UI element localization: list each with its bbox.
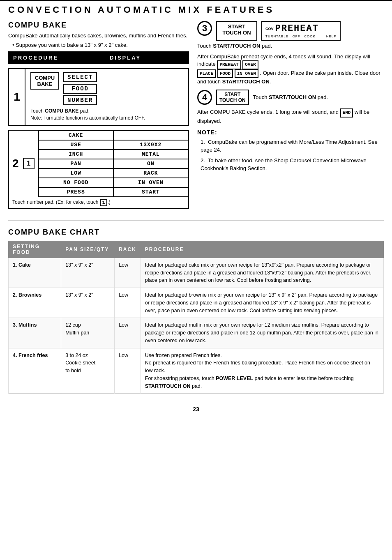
step4-touch-label: Touch START/TOUCH ON pad. [253,94,328,101]
step3-row: 3 STARTTOUCH ON COV PREHEAT TURNTABLE OF… [197,21,384,41]
step2-top: 2 1 CAKE USE 13X9X2 INCH METAL PAN ON LO… [9,131,188,197]
display-item-number: NUMBER [63,95,97,105]
step2-left: 2 1 [9,131,39,197]
step3-para: After CompuBake preheat cycle ends, 4 to… [197,53,384,85]
box-inoven: IN OVEN [235,69,258,78]
grid-inch: INCH [39,150,113,159]
step1-inner: COMPU BAKE SELECT FOOD NUMBER [30,72,183,105]
preheat-top: COV PREHEAT [265,23,319,34]
page-header: CONVECTION AUTOMATIC MIX FEATURES [0,0,392,17]
row2-rack: Low [115,288,141,318]
intro-text: CompuBake automatically bakes cakes, bro… [8,32,189,39]
table-row: 2. Brownies 13" x 9" x 2" Low Ideal for … [9,288,384,318]
step2-text: Touch number pad. (Ex: for cake, touch 1… [9,197,188,208]
step1-number: 1 [9,69,25,125]
chart-header-row: SETTING FOOD PAN SIZE/QTY RACK PROCEDURE [9,241,384,258]
left-section: COMPU BAKE CompuBake automatically bakes… [8,21,189,213]
row1-procedure: Ideal for packaged cake mix or your own … [141,258,383,288]
grid-press: PRESS [39,187,113,197]
row4-rack: Low [115,348,141,394]
step4-row: 4 STARTTOUCH ON Touch START/TOUCH ON pad… [197,90,384,105]
step1-container: 1 COMPU BAKE SELECT FOOD NUMBER [8,68,189,126]
compu-bake-title: COMPU BAKE [8,21,189,30]
chart-table: SETTING FOOD PAN SIZE/QTY RACK PROCEDURE… [8,241,384,394]
step3-container: 3 STARTTOUCH ON COV PREHEAT TURNTABLE OF… [197,21,384,85]
divider [8,220,384,221]
grid-rack: RACK [113,168,188,178]
row4-pan: 3 to 24 ozCookie sheetto hold [61,348,115,394]
step4-circle: 4 [197,90,212,105]
step4-para: After COMPU BAKE cycle ends, 1 long tone… [197,108,384,125]
step3-circle: 3 [197,21,212,36]
grid-low: LOW [39,168,113,178]
note-section: NOTE: 1. CompuBake can be programmed wit… [197,129,384,173]
grid-pan: PAN [39,159,113,168]
procedure-header: PROCEDURE [9,52,62,63]
col-rack: RACK [115,241,141,258]
display-item-food: FOOD [63,84,97,94]
step1-note1: Touch COMPU BAKE pad. Note: Turntable fu… [30,108,183,122]
step3-touch-label: Touch START/TOUCH ON pad. [197,42,384,50]
step3-start-touch: STARTTOUCH ON [216,21,257,41]
box-food: FOOD [217,69,233,78]
step2-num-inline: 1 [100,199,108,206]
note-title: NOTE: [197,129,384,136]
row1-setting: 1. Cake [9,258,61,288]
row3-setting: 3. Muffins [9,318,61,348]
step1-display-items: SELECT FOOD NUMBER [63,72,97,105]
step2-grid: CAKE USE 13X9X2 INCH METAL PAN ON LOW RA… [39,131,188,197]
bullet-text: Suppose you want to bake a 13" x 9" x 2"… [12,42,189,48]
row1-pan: 13" x 9" x 2" [61,258,115,288]
note-item-2: 2. To bake other food, see the Sharp Car… [201,157,384,173]
main-content: COMPU BAKE CompuBake automatically bakes… [0,17,392,217]
step2-num-box: 1 [23,158,35,169]
col-procedure: PROCEDURE [141,241,383,258]
header-title: CONVECTION AUTOMATIC MIX FEATURES [8,5,274,15]
grid-on: ON [113,159,188,168]
grid-metal: METAL [113,150,188,159]
grid-cake: CAKE [39,131,113,140]
note-item-1: 1. CompuBake can be programmed with More… [201,138,384,154]
display-item-select: SELECT [63,72,97,82]
grid-inoven: IN OVEN [113,178,188,187]
row2-pan: 13" x 9" x 2" [61,288,115,318]
grid-13x9x2: 13X9X2 [113,140,188,150]
chart-title: COMPU BAKE CHART [8,228,384,237]
col-pan: PAN SIZE/QTY [61,241,115,258]
chart-section: COMPU BAKE CHART SETTING FOOD PAN SIZE/Q… [0,224,392,402]
step2-display-grid: CAKE USE 13X9X2 INCH METAL PAN ON LOW RA… [39,131,188,197]
preheat-bottom: TURNTABLE OFF COOK HELP [265,35,337,38]
step1-row: 1 COMPU BAKE SELECT FOOD NUMBER [9,69,188,125]
table-row: 4. French fries 3 to 24 ozCookie sheetto… [9,348,384,394]
page-number: 23 [0,402,392,417]
box-place: PLACE [197,69,216,78]
preheat-cov: COV [265,27,274,31]
proc-display-header: PROCEDURE DISPLAY [8,51,189,64]
grid-empty1 [113,131,188,140]
row4-procedure: Use frozen prepared French fries. No pre… [141,348,383,394]
box-preheat: PREHEAT [217,60,241,69]
col-setting: SETTING FOOD [9,241,61,258]
right-section: 3 STARTTOUCH ON COV PREHEAT TURNTABLE OF… [197,21,384,213]
row2-setting: 2. Brownies [9,288,61,318]
row1-rack: Low [115,258,141,288]
table-row: 3. Muffins 12 cupMuffin pan Low Ideal fo… [9,318,384,348]
step1-content: COMPU BAKE SELECT FOOD NUMBER Touch COMP… [25,69,188,125]
table-row: 1. Cake 13" x 9" x 2" Low Ideal for pack… [9,258,384,288]
display-header: DISPLAY [62,52,188,63]
grid-start: START [113,187,188,197]
box-over: OVER [242,60,258,69]
row4-setting: 4. French fries [9,348,61,394]
step2-container: 2 1 CAKE USE 13X9X2 INCH METAL PAN ON LO… [8,130,189,209]
preheat-text: PREHEAT [275,23,319,34]
step4-container: 4 STARTTOUCH ON Touch START/TOUCH ON pad… [197,90,384,125]
row3-rack: Low [115,318,141,348]
row3-pan: 12 cupMuffin pan [61,318,115,348]
step2-number: 2 [12,157,19,170]
grid-nofood: NO FOOD [39,178,113,187]
step3-preheat-box: COV PREHEAT TURNTABLE OFF COOK HELP [261,21,341,41]
row3-procedure: Ideal for packaged muffin mix or your ow… [141,318,383,348]
compu-bake-box: COMPU BAKE [30,72,59,90]
grid-use: USE [39,140,113,150]
step4-start-touch: STARTTOUCH ON [216,90,249,105]
